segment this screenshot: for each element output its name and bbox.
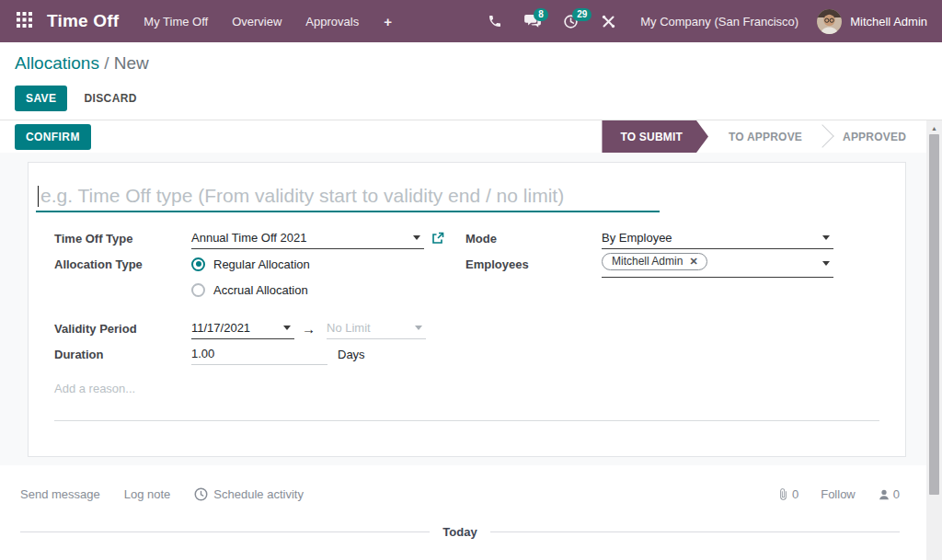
log-note-button[interactable]: Log note	[124, 487, 171, 501]
schedule-activity-button[interactable]: Schedule activity	[194, 487, 304, 501]
followers-count: 0	[893, 487, 900, 501]
radio-selected-icon	[191, 257, 205, 271]
user-avatar	[817, 9, 842, 34]
allocation-title-input[interactable]: e.g. Time Off type (From validity start …	[36, 183, 660, 212]
validity-period-label: Validity Period	[54, 322, 191, 336]
nav-approvals[interactable]: Approvals	[293, 2, 371, 41]
save-button[interactable]: SAVE	[15, 86, 67, 111]
send-message-button[interactable]: Send message	[20, 487, 100, 501]
status-pipeline: TO SUBMIT TO APPROVE APPROVED	[602, 120, 926, 153]
employees-label: Employees	[465, 257, 602, 271]
chevron-down-icon[interactable]	[822, 261, 830, 266]
radio-accrual-allocation[interactable]: Accrual Allocation	[191, 283, 308, 297]
control-panel: Allocations / New SAVE DISCARD	[0, 42, 942, 120]
scrollbar-thumb[interactable]	[929, 134, 939, 495]
follow-button[interactable]: Follow	[821, 487, 856, 501]
employees-input[interactable]: Mitchell Admin ✕	[602, 250, 833, 278]
content-area: e.g. Time Off type (From validity start …	[0, 153, 942, 465]
today-divider: Today	[20, 525, 900, 539]
chevron-down-icon[interactable]	[415, 326, 422, 330]
apps-grid-icon[interactable]	[9, 6, 40, 36]
status-to-submit[interactable]: TO SUBMIT	[602, 120, 708, 153]
radio-regular-allocation[interactable]: Regular Allocation	[191, 257, 310, 271]
phone-icon[interactable]	[477, 5, 513, 38]
chevron-down-icon[interactable]	[283, 326, 291, 330]
breadcrumb-separator: /	[104, 53, 109, 73]
title-placeholder: e.g. Time Off type (From validity start …	[40, 185, 564, 207]
messages-icon[interactable]: 8	[513, 5, 552, 38]
status-to-approve[interactable]: TO APPROVE	[708, 120, 822, 153]
date-from-input[interactable]: 11/17/2021	[191, 318, 280, 338]
chatter: Send message Log note Schedule activity …	[0, 465, 942, 560]
form-statusbar: CONFIRM TO SUBMIT TO APPROVE APPROVED	[0, 120, 942, 153]
chevron-down-icon[interactable]	[413, 235, 420, 240]
attachments-count: 0	[792, 487, 798, 501]
status-to-approve-label: TO APPROVE	[729, 131, 802, 143]
person-icon	[878, 488, 890, 501]
discard-button[interactable]: DISCARD	[84, 92, 136, 105]
company-switcher[interactable]: My Company (San Francisco)	[627, 15, 813, 29]
breadcrumb: Allocations / New	[15, 53, 942, 74]
clock-icon	[194, 487, 208, 501]
employee-tag: Mitchell Admin ✕	[602, 253, 707, 270]
top-navbar: Time Off My Time Off Overview Approvals …	[0, 0, 942, 42]
tools-icon[interactable]	[590, 5, 627, 39]
employee-tag-label: Mitchell Admin	[612, 255, 683, 268]
chevron-down-icon[interactable]	[822, 235, 830, 240]
mode-select[interactable]: By Employee	[602, 228, 819, 248]
right-arrow-icon: →	[302, 321, 316, 337]
sheet-divider	[54, 420, 879, 421]
text-cursor	[38, 186, 39, 207]
radio-unselected-icon	[191, 283, 205, 297]
activities-clock-icon[interactable]: 29	[552, 5, 590, 39]
attachments-button[interactable]: 0	[777, 487, 798, 501]
duration-label: Duration	[54, 348, 191, 361]
duration-unit: Days	[338, 348, 365, 361]
app-title[interactable]: Time Off	[47, 11, 119, 31]
vertical-scrollbar[interactable]: ▲	[926, 120, 942, 560]
tag-remove-icon[interactable]: ✕	[689, 256, 697, 268]
time-off-type-input[interactable]: Annual Time Off 2021	[191, 228, 409, 248]
schedule-activity-label: Schedule activity	[213, 487, 304, 501]
external-link-icon[interactable]	[431, 232, 444, 245]
reason-input[interactable]: Add a reason...	[54, 382, 905, 395]
radio-regular-label: Regular Allocation	[213, 257, 310, 271]
paperclip-icon	[777, 487, 789, 501]
nav-overview[interactable]: Overview	[220, 2, 293, 41]
breadcrumb-current: New	[114, 53, 149, 73]
messages-badge: 8	[534, 8, 548, 21]
duration-input[interactable]: 1.00	[191, 344, 327, 364]
today-label: Today	[430, 525, 489, 539]
activities-badge: 29	[572, 8, 592, 21]
user-name: Mitchell Admin	[850, 15, 927, 29]
user-menu[interactable]: Mitchell Admin	[813, 9, 931, 34]
date-to-input[interactable]: No Limit	[327, 318, 411, 338]
scroll-up-arrow-icon[interactable]: ▲	[926, 120, 942, 132]
breadcrumb-allocations[interactable]: Allocations	[15, 53, 99, 73]
allocation-type-label: Allocation Type	[54, 257, 191, 271]
confirm-button[interactable]: CONFIRM	[15, 124, 91, 150]
form-sheet: e.g. Time Off type (From validity start …	[28, 162, 906, 457]
followers-button[interactable]: 0	[878, 487, 900, 501]
nav-plus-button[interactable]: +	[371, 1, 405, 42]
mode-label: Mode	[465, 232, 602, 246]
status-approved[interactable]: APPROVED	[822, 120, 926, 153]
status-approved-label: APPROVED	[843, 131, 906, 143]
radio-accrual-label: Accrual Allocation	[213, 283, 308, 297]
nav-my-time-off[interactable]: My Time Off	[132, 2, 220, 41]
time-off-type-label: Time Off Type	[54, 232, 191, 246]
